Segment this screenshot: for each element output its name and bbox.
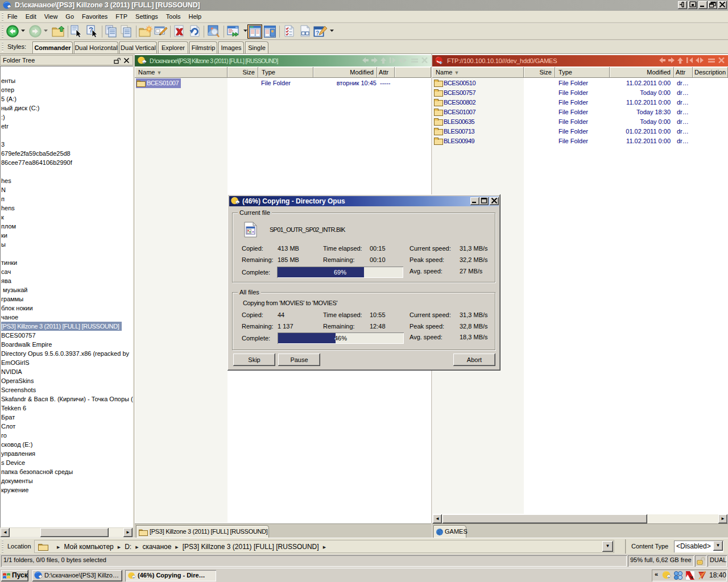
svg-text:?: ? xyxy=(316,30,319,36)
